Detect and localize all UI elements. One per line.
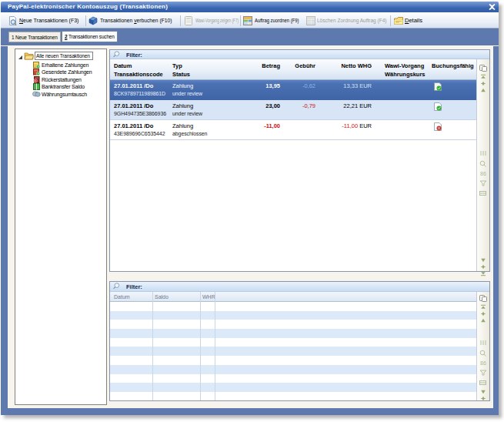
svg-text:86: 86 [480,360,486,366]
svg-text:86: 86 [480,171,486,176]
